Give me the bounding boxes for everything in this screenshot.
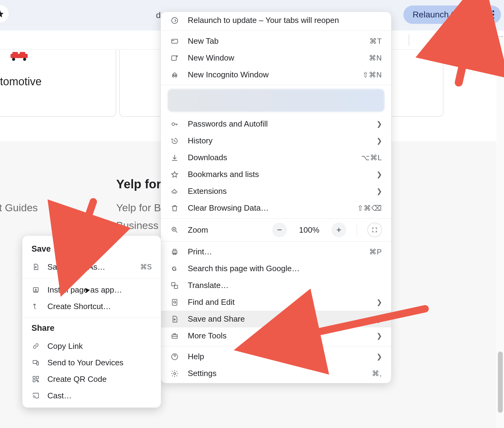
- submenu-label: Create Shortcut…: [47, 302, 152, 311]
- menu-item-print[interactable]: Print… ⌘P: [161, 243, 391, 260]
- relaunch-to-update-button[interactable]: Relaunch to update: [403, 6, 501, 24]
- history-icon: [170, 137, 179, 145]
- scrollbar-thumb[interactable]: [498, 352, 503, 413]
- refresh-circle-icon: [170, 17, 179, 24]
- menu-label: More Tools: [188, 331, 368, 341]
- menu-item-more-tools[interactable]: More Tools ❯: [161, 327, 391, 344]
- menu-label: Downloads: [188, 153, 353, 162]
- submenu-item-create-qr[interactable]: Create QR Code: [22, 371, 161, 387]
- menu-item-translate[interactable]: Translate…: [161, 277, 391, 294]
- window-plus-icon: [170, 54, 179, 62]
- magnifier-icon: [170, 226, 179, 234]
- svg-point-2: [23, 58, 26, 61]
- chevron-right-icon: ❯: [376, 171, 382, 179]
- submenu-item-copy-link[interactable]: Copy Link: [22, 338, 161, 354]
- devices-icon: [31, 359, 40, 366]
- menu-item-incognito[interactable]: New Incognito Window ⇧⌘N: [161, 66, 391, 83]
- svg-rect-0: [11, 54, 28, 58]
- menu-item-clear-data[interactable]: Clear Browsing Data… ⇧⌘⌫: [161, 200, 391, 216]
- svg-text:G: G: [172, 265, 176, 272]
- submenu-label: Save Page As…: [47, 262, 133, 272]
- menu-item-passwords[interactable]: Passwords and Autofill ❯: [161, 116, 391, 132]
- chevron-right-icon: ❯: [376, 353, 382, 361]
- menu-label: New Tab: [188, 36, 361, 46]
- help-icon: [170, 353, 179, 361]
- svg-rect-18: [172, 299, 177, 305]
- car-icon: [9, 52, 29, 61]
- chrome-main-menu: Relaunch to update – Your tabs will reop…: [161, 12, 391, 383]
- divider: [409, 34, 409, 46]
- separator: [161, 218, 391, 219]
- svg-rect-4: [20, 52, 25, 54]
- submenu-label: Send to Your Devices: [47, 358, 152, 367]
- zoom-label: Zoom: [188, 225, 264, 235]
- chevron-right-icon: ❯: [376, 298, 382, 306]
- submenu-item-create-shortcut[interactable]: Create Shortcut…: [22, 298, 161, 315]
- svg-rect-13: [173, 249, 176, 251]
- account-row-blurred[interactable]: [168, 89, 384, 112]
- shortcut: ⌘S: [140, 263, 152, 271]
- download-icon: [170, 154, 179, 162]
- printer-icon: [170, 248, 179, 256]
- category-label: utomotive: [0, 75, 42, 88]
- submenu-heading-share: Share: [22, 321, 161, 338]
- submenu-item-send-devices[interactable]: Send to Your Devices: [22, 354, 161, 371]
- menu-label: Relaunch to update – Your tabs will reop…: [188, 16, 382, 25]
- menu-item-downloads[interactable]: Downloads ⌥⌘L: [161, 149, 391, 166]
- menu-item-new-window[interactable]: New Window ⌘N: [161, 50, 391, 66]
- footer-link-guides[interactable]: st Guides: [0, 202, 38, 214]
- submenu-item-install-app[interactable]: Install page as app…: [22, 282, 161, 298]
- menu-item-help[interactable]: Help ❯: [161, 348, 391, 365]
- submenu-item-cast[interactable]: Cast…: [22, 387, 161, 404]
- address-fragment: d: [156, 10, 161, 20]
- shortcut: ⌘N: [369, 54, 382, 62]
- svg-point-10: [172, 123, 175, 125]
- submenu-item-save-page-as[interactable]: Save Page As… ⌘S: [22, 259, 161, 275]
- menu-item-new-tab[interactable]: New Tab ⌘T: [161, 33, 391, 50]
- svg-rect-6: [172, 39, 178, 43]
- menu-item-history[interactable]: History ❯: [161, 132, 391, 149]
- menu-label: Print…: [188, 247, 361, 256]
- menu-label: Translate…: [188, 281, 382, 290]
- separator: [161, 85, 391, 85]
- zoom-in-button[interactable]: +: [332, 223, 346, 237]
- google-icon: G: [170, 265, 179, 273]
- menu-label: Bookmarks and lists: [188, 170, 368, 179]
- menu-item-bookmarks[interactable]: Bookmarks and lists ❯: [161, 166, 391, 183]
- svg-point-9: [175, 75, 177, 77]
- svg-rect-27: [36, 376, 39, 378]
- translate-icon: [170, 282, 179, 290]
- submenu-label: Create QR Code: [47, 374, 152, 384]
- menu-item-save-and-share[interactable]: Save and Share ❯: [161, 311, 391, 327]
- link-icon: [31, 342, 40, 350]
- menu-label: Save and Share: [188, 314, 368, 324]
- submenu-heading-save: Save: [22, 242, 161, 259]
- chevron-right-icon: ❯: [376, 315, 382, 323]
- save-share-submenu: Save Save Page As… ⌘S Install page as ap…: [22, 235, 161, 408]
- shortcut: ⌥⌘L: [361, 153, 382, 162]
- puzzle-icon: [170, 187, 179, 195]
- menu-label: Clear Browsing Data…: [188, 203, 349, 213]
- menu-label: Find and Edit: [188, 297, 368, 307]
- svg-rect-24: [33, 360, 37, 363]
- menu-item-search-google[interactable]: G Search this page with Google…: [161, 260, 391, 277]
- submenu-label: Cast…: [47, 391, 152, 400]
- all-bookmarks-button[interactable]: All Bookmarks: [438, 34, 504, 43]
- menu-item-extensions[interactable]: Extensions ❯: [161, 183, 391, 200]
- star-outline-icon: [170, 171, 179, 179]
- separator: [161, 31, 391, 31]
- menu-label: Help: [188, 352, 368, 361]
- find-icon: [170, 298, 179, 306]
- relaunch-label: Relaunch to update: [413, 10, 487, 20]
- menu-item-find[interactable]: Find and Edit ❯: [161, 294, 391, 311]
- menu-item-relaunch[interactable]: Relaunch to update – Your tabs will reop…: [161, 12, 391, 29]
- tab-icon: [170, 37, 179, 45]
- folder-icon: [438, 34, 447, 43]
- zoom-out-button[interactable]: −: [272, 223, 287, 237]
- menu-item-zoom: Zoom − 100% +: [161, 220, 391, 239]
- svg-rect-3: [13, 52, 18, 54]
- all-bookmarks-label: All Bookmarks: [451, 34, 504, 43]
- kebab-menu-icon[interactable]: [492, 10, 494, 19]
- menu-item-settings[interactable]: Settings ⌘,: [161, 365, 391, 382]
- fullscreen-button[interactable]: [367, 223, 382, 237]
